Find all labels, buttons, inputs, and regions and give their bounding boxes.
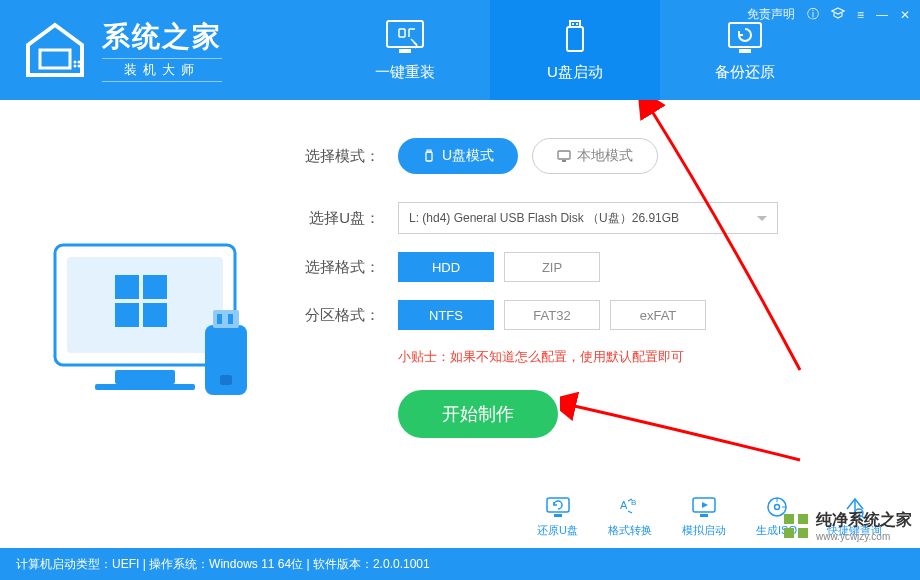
partition-label: 分区格式： — [300, 306, 380, 325]
backup-icon — [725, 19, 765, 55]
svg-rect-16 — [95, 384, 195, 390]
form-area: 选择模式： U盘模式 本地模式 选择U盘： L: (hd4) General U… — [300, 130, 880, 500]
graduation-icon[interactable] — [831, 7, 845, 22]
illustration — [40, 130, 270, 500]
svg-rect-8 — [570, 21, 580, 27]
usb-drive-icon — [555, 19, 595, 55]
svg-rect-15 — [115, 370, 175, 384]
svg-rect-29 — [562, 160, 566, 162]
format-zip-button[interactable]: ZIP — [504, 252, 600, 282]
logo-title: 系统之家 — [102, 18, 222, 56]
footer-bar: 计算机启动类型：UEFI | 操作系统：Windows 11 64位 | 软件版… — [0, 548, 920, 580]
main-content: 选择模式： U盘模式 本地模式 选择U盘： L: (hd4) General U… — [0, 100, 920, 520]
partition-exfat-button[interactable]: exFAT — [610, 300, 706, 330]
watermark-icon — [782, 512, 810, 540]
svg-text:A: A — [620, 499, 628, 511]
mode-local-button[interactable]: 本地模式 — [532, 138, 658, 174]
tool-label: 模拟启动 — [682, 523, 726, 538]
tab-usb-boot[interactable]: U盘启动 — [490, 0, 660, 100]
partition-fat32-button[interactable]: FAT32 — [504, 300, 600, 330]
tab-reinstall[interactable]: 一键重装 — [320, 0, 490, 100]
svg-rect-9 — [572, 23, 574, 25]
watermark: 纯净系统之家 www.ycwjzy.com — [782, 510, 912, 542]
svg-rect-41 — [784, 528, 794, 538]
svg-rect-40 — [798, 514, 808, 524]
svg-point-3 — [74, 65, 77, 68]
partition-ntfs-button[interactable]: NTFS — [398, 300, 494, 330]
svg-point-1 — [74, 61, 77, 64]
tip-text: 小贴士：如果不知道怎么配置，使用默认配置即可 — [398, 348, 880, 366]
tool-simulate-boot[interactable]: 模拟启动 — [682, 495, 726, 538]
usb-select-dropdown[interactable]: L: (hd4) General USB Flash Disk （U盘）26.9… — [398, 202, 778, 234]
usb-small-icon — [422, 149, 436, 163]
svg-rect-10 — [576, 23, 578, 25]
svg-point-37 — [774, 505, 779, 510]
svg-rect-20 — [143, 303, 167, 327]
svg-rect-17 — [115, 275, 139, 299]
watermark-title: 纯净系统之家 — [816, 511, 912, 528]
svg-rect-39 — [784, 514, 794, 524]
svg-rect-7 — [567, 27, 583, 51]
format-label: 选择格式： — [300, 258, 380, 277]
minimize-icon[interactable]: — — [876, 8, 888, 22]
pill-label: 本地模式 — [577, 147, 633, 165]
tool-format-convert[interactable]: AB 格式转换 — [608, 495, 652, 538]
svg-rect-0 — [40, 50, 70, 68]
svg-rect-28 — [558, 151, 570, 159]
monitor-icon — [385, 19, 425, 55]
logo-area: 系统之家 装机大师 — [20, 18, 222, 82]
menu-icon[interactable]: ≡ — [857, 8, 864, 22]
footer-text: 计算机启动类型：UEFI | 操作系统：Windows 11 64位 | 软件版… — [16, 556, 430, 573]
svg-point-2 — [78, 61, 81, 64]
usb-select-label: 选择U盘： — [300, 209, 380, 228]
svg-point-4 — [78, 65, 81, 68]
simulate-icon — [690, 495, 718, 519]
svg-rect-24 — [228, 314, 233, 324]
restore-icon — [544, 495, 572, 519]
tool-restore-usb[interactable]: 还原U盘 — [537, 495, 578, 538]
disclaimer-link[interactable]: 免责声明 — [747, 6, 795, 23]
tool-label: 还原U盘 — [537, 523, 578, 538]
format-hdd-button[interactable]: HDD — [398, 252, 494, 282]
mode-usb-button[interactable]: U盘模式 — [398, 138, 518, 174]
monitor-small-icon — [557, 149, 571, 163]
svg-rect-31 — [554, 514, 562, 517]
svg-rect-23 — [217, 314, 222, 324]
svg-rect-12 — [739, 49, 751, 53]
svg-rect-35 — [700, 514, 708, 517]
svg-rect-18 — [143, 275, 167, 299]
pill-label: U盘模式 — [442, 147, 494, 165]
svg-rect-27 — [427, 150, 431, 152]
header: 系统之家 装机大师 一键重装 U盘启动 备份还原 免责声明 ⓘ ≡ — ✕ — [0, 0, 920, 100]
start-button[interactable]: 开始制作 — [398, 390, 558, 438]
svg-rect-11 — [729, 23, 761, 47]
tab-label: 备份还原 — [715, 63, 775, 82]
house-logo-icon — [20, 20, 90, 80]
convert-icon: AB — [616, 495, 644, 519]
svg-rect-42 — [798, 528, 808, 538]
svg-rect-19 — [115, 303, 139, 327]
svg-rect-22 — [213, 310, 239, 328]
svg-rect-30 — [547, 498, 569, 512]
svg-rect-25 — [220, 375, 232, 385]
tab-label: 一键重装 — [375, 63, 435, 82]
svg-rect-6 — [399, 49, 411, 53]
logo-subtitle: 装机大师 — [102, 58, 222, 82]
close-icon[interactable]: ✕ — [900, 8, 910, 22]
usb-select-value: L: (hd4) General USB Flash Disk （U盘）26.9… — [409, 210, 679, 227]
svg-rect-26 — [426, 152, 432, 161]
info-icon[interactable]: ⓘ — [807, 6, 819, 23]
watermark-url: www.ycwjzy.com — [816, 531, 912, 542]
window-controls: 免责声明 ⓘ ≡ — ✕ — [747, 6, 910, 23]
tab-label: U盘启动 — [547, 63, 603, 82]
mode-label: 选择模式： — [300, 147, 380, 166]
tool-label: 格式转换 — [608, 523, 652, 538]
